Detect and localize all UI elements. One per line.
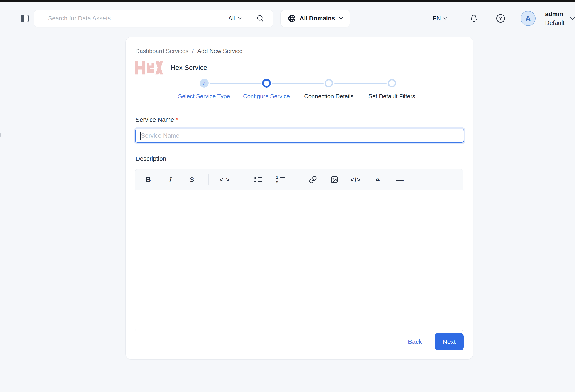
user-menu[interactable]: admin Default: [545, 9, 565, 27]
text-caret: [140, 132, 141, 140]
breadcrumb-dashboard-services[interactable]: Dashboard Services: [135, 48, 189, 55]
required-marker: *: [176, 116, 178, 123]
chevron-down-icon: [443, 17, 447, 20]
chevron-down-icon: [238, 17, 242, 20]
step-label-select-service-type: Select Service Type: [168, 93, 240, 100]
inline-code-icon[interactable]: < >: [220, 174, 230, 185]
left-edge-divider: [0, 330, 11, 330]
link-icon[interactable]: [308, 174, 318, 185]
language-label: EN: [432, 15, 441, 22]
domains-dropdown[interactable]: All Domains: [281, 9, 350, 27]
toolbar-divider: [242, 174, 242, 185]
breadcrumb-current: Add New Service: [197, 48, 242, 55]
top-navigation: Search for Data Assets All All Domains: [0, 2, 575, 32]
step-label-connection-details: Connection Details: [292, 93, 365, 100]
numbered-list-icon[interactable]: 1 2: [275, 174, 285, 185]
user-menu-chevron[interactable]: [570, 9, 575, 27]
service-name-label-text: Service Name: [136, 116, 174, 123]
chevron-down-icon: [339, 17, 343, 20]
global-search-bar[interactable]: Search for Data Assets All: [34, 9, 273, 27]
page-title: Hex Service: [170, 64, 207, 72]
bell-icon: [470, 14, 478, 23]
image-icon[interactable]: [330, 174, 339, 185]
help-button[interactable]: ?: [495, 9, 506, 27]
avatar-initial: A: [525, 14, 530, 23]
search-icon[interactable]: [255, 13, 265, 23]
strikethrough-icon[interactable]: S: [187, 174, 197, 185]
left-edge-tick: [0, 133, 1, 137]
help-glyph: ?: [499, 15, 502, 21]
check-icon: ✓: [202, 80, 206, 86]
sidebar-toggle-fill: [22, 15, 24, 22]
description-editor: B I S < > 1 2: [135, 169, 463, 331]
bullet-list-icon[interactable]: [253, 174, 263, 185]
search-divider: [248, 14, 249, 23]
stepper-connector: [210, 83, 262, 84]
description-editor-body[interactable]: [135, 190, 463, 331]
stepper-connector: [334, 83, 387, 84]
search-scope-dropdown[interactable]: All: [228, 15, 242, 22]
notifications-button[interactable]: [468, 9, 479, 27]
breadcrumb-separator: /: [192, 48, 194, 55]
user-team: Default: [545, 19, 565, 27]
step-circle-set-default-filters: [388, 79, 396, 87]
bold-icon[interactable]: B: [143, 174, 153, 185]
window-top-bar: [0, 0, 575, 2]
toolbar-divider: [296, 174, 296, 185]
step-label-configure-service: Configure Service: [230, 93, 303, 100]
service-name-label: Service Name*: [136, 116, 178, 123]
italic-icon[interactable]: I: [165, 174, 175, 185]
stepper-connector: [272, 83, 324, 84]
horizontal-rule-icon[interactable]: —: [395, 174, 405, 185]
wizard-footer: Back Next: [405, 333, 464, 350]
search-scope-label: All: [228, 15, 235, 22]
domains-label: All Domains: [300, 15, 335, 22]
globe-icon: [288, 14, 296, 23]
editor-toolbar: B I S < > 1 2: [135, 170, 463, 190]
code-block-icon[interactable]: </>: [351, 174, 361, 185]
user-name: admin: [545, 9, 565, 19]
step-label-set-default-filters: Set Default Filters: [356, 93, 428, 100]
avatar[interactable]: A: [521, 11, 536, 26]
language-selector[interactable]: EN: [432, 9, 447, 27]
numbered-list-one: 1: [276, 176, 278, 179]
add-service-card: Dashboard Services / Add New Service Hex…: [125, 37, 473, 360]
back-button[interactable]: Back: [405, 336, 425, 348]
numbered-list-two: 2: [276, 181, 278, 184]
hex-service-logo: [135, 61, 163, 75]
service-name-input[interactable]: [135, 129, 464, 143]
toolbar-divider: [208, 174, 209, 185]
sidebar-toggle-icon[interactable]: [21, 15, 29, 23]
help-icon: ?: [496, 14, 505, 23]
step-circle-select-service-type: ✓: [200, 79, 209, 88]
next-button[interactable]: Next: [435, 333, 464, 350]
description-label: Description: [136, 155, 166, 162]
step-circle-configure-service: [262, 79, 271, 88]
search-input[interactable]: Search for Data Assets: [48, 15, 228, 22]
step-circle-connection-details: [325, 79, 333, 87]
breadcrumb: Dashboard Services / Add New Service: [135, 48, 243, 55]
quote-icon[interactable]: ❝: [373, 174, 383, 185]
service-name-field-wrap: [135, 129, 464, 143]
service-header: Hex Service: [135, 61, 207, 75]
chevron-down-icon: [570, 17, 575, 20]
